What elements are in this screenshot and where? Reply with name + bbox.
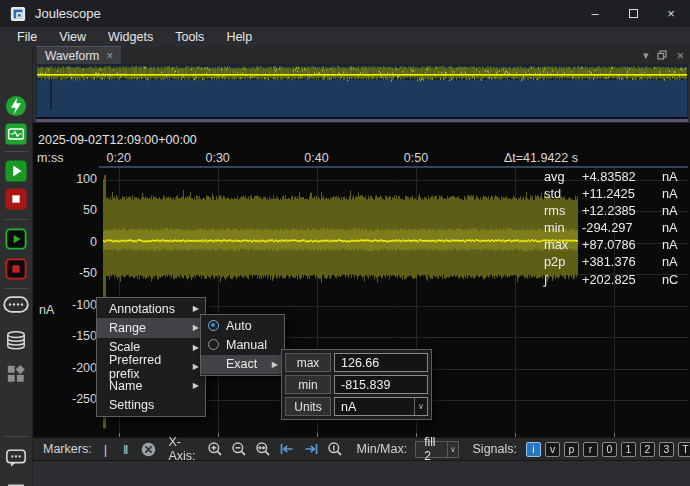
dock-menu-icon[interactable]: ▾ <box>643 50 649 61</box>
stat-unit: nA <box>662 220 684 235</box>
radio-button[interactable] <box>208 320 219 331</box>
zoom-to-markers-icon[interactable] <box>327 441 343 457</box>
context-menu-item[interactable]: Settings ▶ <box>97 395 205 414</box>
signal-toggle-button[interactable]: i <box>526 442 541 457</box>
stat-label: p2p <box>544 254 578 269</box>
y-tick-label: 50 <box>33 203 97 217</box>
menu-bar: FileViewWidgetsToolsHelp <box>0 27 690 46</box>
window-title: Joulescope <box>35 6 101 21</box>
power-energy-icon[interactable] <box>5 95 27 117</box>
close-button[interactable]: × <box>652 0 690 27</box>
markers-label: Markers: <box>43 442 92 456</box>
menu-bar-item[interactable]: Help <box>215 30 263 44</box>
record-stop-icon[interactable] <box>5 258 27 280</box>
widgets-icon[interactable] <box>6 364 26 384</box>
radio-button[interactable] <box>208 339 219 350</box>
submenu-arrow-icon: ▶ <box>193 362 199 371</box>
pan-to-end-icon[interactable] <box>303 441 319 457</box>
tab-bar: Waveform × ▾ × <box>33 46 690 64</box>
stop-streaming-icon[interactable] <box>5 188 27 210</box>
stat-unit: nA <box>662 237 684 252</box>
menu-bar-item[interactable]: File <box>6 30 48 44</box>
sidebar-separator <box>4 288 29 289</box>
context-menu-item[interactable]: Range ▶ <box>97 318 205 337</box>
stat-value: +4.83582 <box>582 169 658 184</box>
context-menu-item[interactable]: Annotations ▶ <box>97 299 205 318</box>
submenu-arrow-icon: ▶ <box>193 323 199 332</box>
scope-display-icon[interactable] <box>5 123 27 145</box>
record-start-icon[interactable] <box>5 228 27 250</box>
signal-toggle-button[interactable]: v <box>545 442 560 457</box>
y-tick-label: -150 <box>33 329 97 343</box>
zoom-out-icon[interactable] <box>231 441 247 457</box>
minmax-value: fill 2 <box>416 435 447 463</box>
clear-markers-button[interactable] <box>141 442 156 457</box>
context-menu-item[interactable]: Preferred prefix ▶ <box>97 357 205 376</box>
range-submenu-item[interactable]: Exact ▶ <box>201 355 284 374</box>
dock-float-icon[interactable] <box>657 50 667 60</box>
signal-toggle-button[interactable]: 0 <box>602 442 617 457</box>
chevron-down-icon[interactable]: ∨ <box>414 398 427 415</box>
x-tick-label: 0:50 <box>404 151 428 165</box>
minimize-button[interactable]: – <box>576 0 614 27</box>
menu-item-label: Auto <box>226 319 272 333</box>
menu-item-label: Range <box>109 321 193 335</box>
y-tick-label: 100 <box>33 172 97 186</box>
tab-waveform[interactable]: Waveform × <box>37 46 121 64</box>
annotation-notes-icon[interactable] <box>5 448 27 469</box>
add-single-marker-button[interactable]: | <box>104 442 107 457</box>
signal-toggle-button[interactable]: T <box>678 442 690 457</box>
signal-toggle-button[interactable]: 3 <box>659 442 674 457</box>
signal-toggle-button[interactable]: 2 <box>640 442 655 457</box>
main-menu-icon[interactable] <box>6 482 26 486</box>
minmax-label: Min/Max: <box>356 442 407 456</box>
stat-unit: nA <box>662 169 684 184</box>
stat-label: min <box>544 220 578 235</box>
menu-item-label: Name <box>109 379 193 393</box>
tab-close-icon[interactable]: × <box>106 49 113 63</box>
sidebar-separator <box>4 219 29 220</box>
stat-value: +87.0786 <box>582 237 658 252</box>
units-select[interactable]: nA ∨ <box>334 397 428 416</box>
max-input[interactable]: 126.66 <box>334 353 428 372</box>
signal-toggle-button[interactable]: 1 <box>621 442 636 457</box>
xaxis-label: X-Axis: <box>168 435 195 463</box>
zoom-all-icon[interactable] <box>255 441 271 457</box>
menu-item-label: Preferred prefix <box>109 353 193 381</box>
maximize-button[interactable] <box>614 0 652 27</box>
overview-waveform-canvas[interactable] <box>36 64 688 123</box>
timestamp-label: 2025-09-02T12:09:00+00:00 <box>38 133 197 147</box>
memory-buffer-icon[interactable] <box>5 330 27 351</box>
units-value: nA <box>335 400 414 414</box>
menu-item-label: Settings <box>109 398 193 412</box>
device-pill-icon[interactable] <box>3 296 29 313</box>
signal-toggle-button[interactable]: r <box>583 442 598 457</box>
minmax-dropdown[interactable]: fill 2 ∨ <box>415 441 458 458</box>
stat-value: -294.297 <box>582 220 658 235</box>
add-dual-marker-button[interactable]: ‖ <box>123 442 128 457</box>
zoom-in-icon[interactable] <box>207 441 223 457</box>
min-input[interactable]: -815.839 <box>334 375 428 394</box>
dock-close-icon[interactable]: × <box>676 49 684 62</box>
y-tick-label: -50 <box>33 266 97 280</box>
stat-value: +11.2425 <box>582 186 658 201</box>
stat-unit: nA <box>662 203 684 218</box>
context-menu-item[interactable]: Name ▶ <box>97 376 205 395</box>
x-tick-label: 0:30 <box>205 151 229 165</box>
stat-unit: nC <box>662 272 684 287</box>
range-submenu-item[interactable]: Manual ▶ <box>201 335 284 354</box>
title-bar: Joulescope – × <box>0 0 690 27</box>
range-submenu-item[interactable]: Auto ▶ <box>201 316 284 335</box>
menu-bar-item[interactable]: View <box>48 30 97 44</box>
chevron-down-icon[interactable]: ∨ <box>447 442 457 457</box>
signal-toggle-button[interactable]: p <box>564 442 579 457</box>
signals-buttons: i v p r 0 1 2 3 T <box>526 442 690 457</box>
range-submenu: Auto ▶ Manual ▶ Exact ▶ <box>200 314 285 376</box>
y-tick-label: -200 <box>33 361 97 375</box>
menu-bar-item[interactable]: Widgets <box>97 30 164 44</box>
pan-to-start-icon[interactable] <box>279 441 295 457</box>
menu-bar-item[interactable]: Tools <box>164 30 215 44</box>
max-label: max <box>285 353 331 372</box>
start-streaming-icon[interactable] <box>5 160 27 182</box>
units-label: Units <box>285 397 331 416</box>
